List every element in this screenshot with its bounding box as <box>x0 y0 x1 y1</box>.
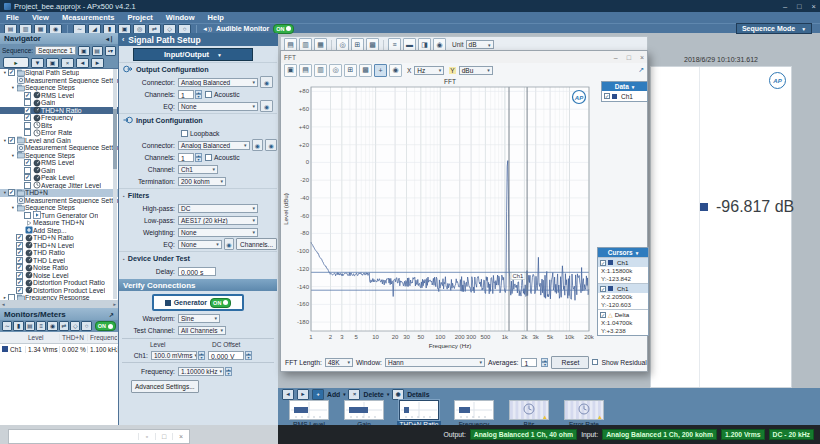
tree-item-checkbox[interactable]: ✓ <box>16 279 23 286</box>
tree-item-thd-n-ratio[interactable]: ✓THD+N Ratio <box>0 107 118 115</box>
cursor-checkbox[interactable]: ✓ <box>600 260 606 266</box>
tree-item-gain[interactable]: Gain <box>0 167 118 175</box>
tree-item-checkbox[interactable]: ✓ <box>16 249 23 256</box>
signal-path-icon[interactable]: ∼ <box>73 24 86 34</box>
cursor-checkbox[interactable]: ✓ <box>600 286 606 292</box>
thumbnail-preview[interactable]: ▲ <box>564 400 604 420</box>
all-channels-select[interactable]: All Channels▾ <box>178 326 226 335</box>
level-icon[interactable]: ▤ <box>25 321 35 331</box>
channel-settings-icon[interactable]: ◉ <box>252 139 264 151</box>
collapse-panel-icon[interactable]: ◂❘ <box>106 35 114 42</box>
tree-item-checkbox[interactable]: ✓ <box>24 114 31 121</box>
channelsinput[interactable]: 1 <box>178 90 194 99</box>
tree-item-thd-n-level[interactable]: ✓THD+N Level <box>0 242 118 250</box>
channel-settings-icon[interactable]: ◉ <box>224 238 234 250</box>
pin-icon[interactable]: ▾ <box>632 84 635 90</box>
dc-offset-spinner[interactable]: ▴▾ <box>245 351 252 360</box>
averages-input[interactable]: 1 <box>521 358 537 367</box>
arrange-windows-icon[interactable]: ▣ <box>284 64 297 77</box>
scope-icon[interactable]: ◉ <box>47 321 57 331</box>
fft-minimize-button[interactable]: – <box>614 54 618 61</box>
cursor-entry-3[interactable]: ✓△DeltaX:1.04700kY:+3.238 <box>598 309 648 335</box>
none-select[interactable]: None▾ <box>178 240 222 249</box>
settings-icon[interactable]: ◉ <box>49 24 62 34</box>
add-sequence-icon[interactable]: ▣ <box>78 46 89 56</box>
level-sweep-icon[interactable]: ◢ <box>88 24 101 34</box>
data-legend-header[interactable]: Data ▾ <box>602 82 647 91</box>
tree-item-checkbox[interactable]: ✓ <box>16 242 23 249</box>
channel-settings-icon[interactable]: ◉ <box>260 76 273 88</box>
tree-item-checkbox[interactable]: ✓ <box>16 257 23 264</box>
generator-icon[interactable]: ∼ <box>2 321 12 331</box>
add-icon[interactable]: + <box>312 389 324 400</box>
delete-measurement-button[interactable]: Delete <box>363 391 383 398</box>
analog-balanced-select[interactable]: Analog Balanced▾ <box>178 78 258 87</box>
tree-item-checkbox[interactable] <box>24 129 31 136</box>
tree-item-checkbox[interactable] <box>24 182 31 189</box>
digital-io-icon[interactable]: ⇄ <box>148 24 161 34</box>
menu-project[interactable]: Project <box>127 13 152 22</box>
none-select[interactable]: None▾ <box>178 102 258 111</box>
quad-view-icon[interactable]: ▩ <box>359 64 372 77</box>
unit-select[interactable]: dB▾ <box>466 40 494 49</box>
acoustic-checkbox[interactable] <box>205 154 212 161</box>
tree-item-checkbox[interactable]: ✓ <box>8 189 15 196</box>
tree-item-sequence-steps[interactable]: ▾Sequence Steps <box>0 152 118 160</box>
legend-item-ch1[interactable]: ✓Ch1 <box>602 91 647 101</box>
add-measurement-button[interactable]: Add <box>327 391 340 398</box>
tree-item-thd-ratio[interactable]: ✓THD Ratio <box>0 249 118 257</box>
mini-maximize-button[interactable]: □ <box>155 433 172 440</box>
tree-item-distortion-product-ratio[interactable]: ✓Distortion Product Ratio <box>0 279 118 287</box>
mini-close-button[interactable]: × <box>172 433 189 440</box>
sequence-options-icon[interactable]: ▤ <box>92 46 103 56</box>
tree-item-rms-level[interactable]: ✓RMS Level <box>0 92 118 100</box>
200-kohm-select[interactable]: 200 kohm▾ <box>178 177 226 186</box>
tree-item-sequence-steps[interactable]: ▾Sequence Steps <box>0 84 118 92</box>
tree-item-add-step[interactable]: Add Step... <box>0 227 118 235</box>
tree-item-peak-level[interactable]: ✓Peak Level <box>0 174 118 182</box>
generator-on-toggle[interactable]: ON <box>210 298 231 308</box>
tree-item-checkbox[interactable] <box>24 99 31 106</box>
analog-balanced-select[interactable]: Analog Balanced▾ <box>178 141 250 150</box>
details-icon[interactable]: ◉ <box>392 389 404 400</box>
new-project-icon[interactable]: ▤ <box>4 24 17 34</box>
section-device-under-test[interactable]: ▪Device Under Test <box>119 251 277 265</box>
fft-titlebar[interactable]: FFT – □ × <box>281 51 647 63</box>
sequence-mode-selector[interactable]: Sequence Mode▼ <box>736 23 812 34</box>
pin-icon[interactable]: ▾ <box>636 250 639 256</box>
tree-item-checkbox[interactable] <box>24 122 31 129</box>
fft-maximize-button[interactable]: □ <box>627 54 631 61</box>
audible-monitor-toggle[interactable]: ON <box>273 24 294 34</box>
input-output-tab[interactable]: Input/Output ▼ <box>133 48 253 61</box>
frequency-spinner[interactable]: ▴▾ <box>225 367 232 376</box>
popout-icon[interactable]: ↗ <box>109 311 114 318</box>
generator-level-select[interactable]: 100.0 mVrms▾ <box>151 351 197 360</box>
tree-item-frequency[interactable]: ✓Frequency <box>0 114 118 122</box>
thumbnail-preview[interactable] <box>289 400 329 420</box>
channels-button[interactable]: Channels... <box>236 238 277 250</box>
graph-settings-icon[interactable]: ◉ <box>389 64 402 77</box>
generator-toggle-button[interactable]: GeneratorON <box>152 294 244 311</box>
layout-icon[interactable]: ▣ <box>118 24 131 34</box>
measurement-thumb-frequency[interactable]: Frequency <box>453 400 495 428</box>
power-icon[interactable]: ○ <box>81 321 91 331</box>
y-unit-select[interactable]: dBu▾ <box>459 66 493 75</box>
close-button[interactable]: × <box>812 2 816 11</box>
sequence-select[interactable]: Sequence 1▾ <box>35 46 76 55</box>
measurement-thumb-thd-n-ratio[interactable]: THD+N Ratio <box>398 400 440 428</box>
menu-measurements[interactable]: Measurements <box>62 13 115 22</box>
generator-frequency-select[interactable]: 1.10000 kHz▾ <box>178 367 224 376</box>
ch1-select[interactable]: Ch1▾ <box>178 165 218 174</box>
thumbnail-preview[interactable] <box>399 400 439 420</box>
minimize-button[interactable]: – <box>783 2 787 11</box>
bluetooth-icon[interactable]: ◇ <box>70 321 80 331</box>
notes-icon[interactable]: ▪▾ <box>105 46 116 56</box>
tree-item-checkbox[interactable]: ✓ <box>16 234 23 241</box>
clear-icon[interactable]: × <box>61 58 74 68</box>
show-residual-checkbox[interactable] <box>592 359 598 365</box>
menu-file[interactable]: File <box>6 13 19 22</box>
maximize-button[interactable]: □ <box>797 2 802 11</box>
tree-item-thd-level[interactable]: ✓THD Level <box>0 257 118 265</box>
menu-window[interactable]: Window <box>166 13 195 22</box>
tree-item-checkbox[interactable]: ✓ <box>24 92 31 99</box>
